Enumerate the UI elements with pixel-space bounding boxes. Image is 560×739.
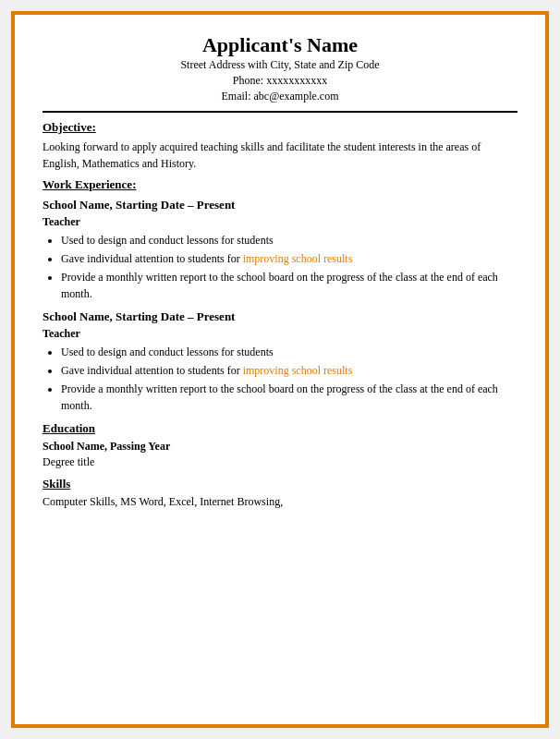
job-entry-2: School Name, Starting Date – Present Tea… xyxy=(43,309,517,414)
job-role-2: Teacher xyxy=(43,327,517,341)
bullet-2-1: Used to design and conduct lessons for s… xyxy=(61,344,517,360)
education-school-passing: School Name, Passing Year xyxy=(43,440,517,454)
resume-header: Applicant's Name Street Address with Cit… xyxy=(43,33,517,103)
job-school-date-1: School Name, Starting Date – Present xyxy=(43,198,517,212)
job-school-date-2: School Name, Starting Date – Present xyxy=(43,309,517,324)
objective-title: Objective: xyxy=(43,120,517,135)
work-experience-section: Work Experience: School Name, Starting D… xyxy=(43,177,517,414)
bullet-1-2: Gave individual attention to students fo… xyxy=(61,250,517,267)
objective-text: Looking forward to apply acquired teachi… xyxy=(43,139,517,172)
bullet-1-1: Used to design and conduct lessons for s… xyxy=(61,232,517,248)
resume-container: Applicant's Name Street Address with Cit… xyxy=(11,11,549,728)
phone-value: xxxxxxxxxxx xyxy=(266,74,327,87)
email-line: Email: abc@example.com xyxy=(43,89,517,104)
orange-text-1-2: improving school results xyxy=(243,252,353,265)
header-divider xyxy=(43,111,517,113)
phone-line: Phone: xxxxxxxxxxx xyxy=(43,73,517,89)
orange-text-2-2: improving school results xyxy=(243,364,353,377)
bullet-2-3: Provide a monthly written report to the … xyxy=(61,381,517,414)
work-experience-title: Work Experience: xyxy=(43,177,517,192)
resume-content: Applicant's Name Street Address with Cit… xyxy=(43,33,517,706)
job-bullets-2: Used to design and conduct lessons for s… xyxy=(61,344,517,414)
education-section: Education School Name, Passing Year Degr… xyxy=(43,421,517,469)
email-value: abc@example.com xyxy=(253,90,338,103)
applicant-name: Applicant's Name xyxy=(43,33,517,57)
email-label: Email: xyxy=(221,90,250,103)
skills-text: Computer Skills, MS Word, Excel, Interne… xyxy=(43,495,517,509)
skills-title: Skills xyxy=(43,477,517,491)
skills-section: Skills Computer Skills, MS Word, Excel, … xyxy=(43,477,517,509)
education-title: Education xyxy=(43,421,517,436)
bullet-1-3: Provide a monthly written report to the … xyxy=(61,269,517,302)
objective-section: Objective: Looking forward to apply acqu… xyxy=(43,120,517,172)
education-degree: Degree title xyxy=(43,455,517,469)
bullet-2-2: Gave individual attention to students fo… xyxy=(61,362,517,379)
job-entry-1: School Name, Starting Date – Present Tea… xyxy=(43,198,517,302)
job-bullets-1: Used to design and conduct lessons for s… xyxy=(61,232,517,302)
phone-label: Phone: xyxy=(233,74,263,87)
address-line: Street Address with City, State and Zip … xyxy=(43,57,517,73)
job-role-1: Teacher xyxy=(43,215,517,229)
